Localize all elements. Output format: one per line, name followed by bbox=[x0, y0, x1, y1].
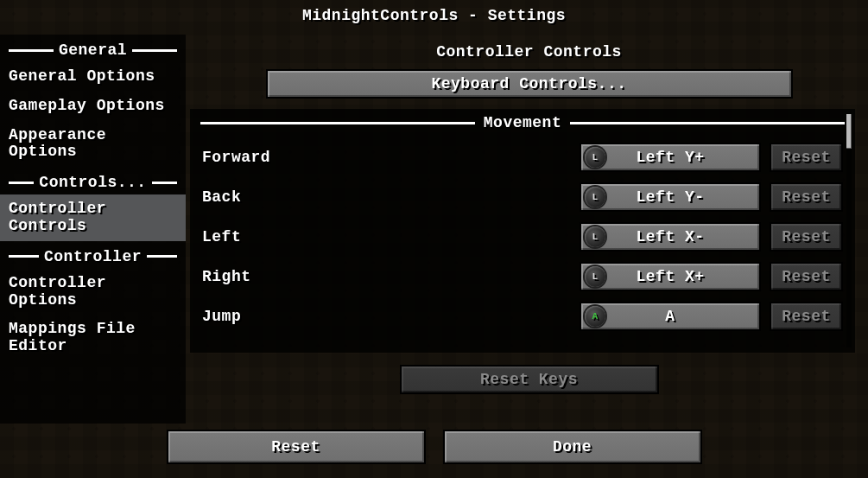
stick-icon: L bbox=[585, 187, 605, 207]
binding-row-jump: Jump A A Reset bbox=[202, 301, 843, 332]
binding-value-button[interactable]: L Left Y- bbox=[580, 182, 761, 212]
stick-icon: L bbox=[585, 266, 605, 287]
sidebar-item-controller-options[interactable]: Controller Options bbox=[0, 269, 186, 315]
footer: Reset Done bbox=[0, 430, 868, 464]
binding-row-left: Left L Left X- Reset bbox=[202, 221, 843, 252]
sidebar-item-general-options[interactable]: General Options bbox=[0, 62, 186, 92]
reset-button[interactable]: Reset bbox=[167, 430, 426, 464]
stick-icon: L bbox=[585, 226, 605, 247]
sidebar-item-gameplay-options[interactable]: Gameplay Options bbox=[0, 92, 186, 121]
scrollbar-thumb[interactable] bbox=[846, 114, 852, 149]
binding-row-right: Right L Left X+ Reset bbox=[202, 261, 843, 292]
reset-keys-button[interactable]: Reset Keys bbox=[400, 365, 659, 394]
sidebar-item-mappings-file-editor[interactable]: Mappings File Editor bbox=[0, 315, 186, 361]
binding-label: Back bbox=[202, 188, 580, 206]
controller-controls-subtitle: Controller Controls bbox=[190, 43, 868, 61]
binding-row-forward: Forward L Left Y+ Reset bbox=[202, 142, 843, 173]
binding-label: Left bbox=[202, 228, 580, 245]
binding-value-button[interactable]: L Left X- bbox=[580, 222, 761, 252]
sidebar-section-controls-header: Controls... bbox=[0, 167, 186, 194]
binding-value-button[interactable]: L Left X+ bbox=[580, 262, 761, 291]
sidebar-item-controller-controls[interactable]: Controller Controls bbox=[0, 194, 186, 241]
a-button-icon: A bbox=[585, 306, 605, 327]
bindings-panel: Movement Forward L Left Y+ Reset Back L … bbox=[190, 109, 855, 353]
binding-value-button[interactable]: L Left Y+ bbox=[580, 143, 761, 172]
binding-label: Jump bbox=[202, 308, 580, 325]
bindings-scrollbar[interactable] bbox=[846, 114, 852, 347]
stick-icon: L bbox=[585, 147, 605, 168]
binding-reset-button[interactable]: Reset bbox=[770, 182, 843, 212]
binding-row-back: Back L Left Y- Reset bbox=[202, 182, 843, 213]
main-area: Controller Controls Keyboard Controls...… bbox=[190, 35, 868, 478]
sidebar: General General Options Gameplay Options… bbox=[0, 35, 186, 424]
binding-reset-button[interactable]: Reset bbox=[770, 262, 843, 291]
sidebar-section-general-header: General bbox=[0, 35, 186, 62]
binding-value-button[interactable]: A A bbox=[580, 302, 761, 331]
bindings-group-header: Movement bbox=[190, 109, 855, 133]
binding-label: Forward bbox=[202, 149, 580, 166]
binding-reset-button[interactable]: Reset bbox=[770, 302, 843, 331]
page-title: MidnightControls - Settings bbox=[0, 7, 868, 24]
binding-reset-button[interactable]: Reset bbox=[770, 143, 843, 172]
bindings-list: Forward L Left Y+ Reset Back L Left Y- R… bbox=[190, 133, 855, 332]
binding-reset-button[interactable]: Reset bbox=[770, 222, 843, 252]
binding-label: Right bbox=[202, 268, 580, 285]
done-button[interactable]: Done bbox=[443, 430, 702, 464]
sidebar-section-controller-header: Controller bbox=[0, 241, 186, 269]
sidebar-item-appearance-options[interactable]: Appearance Options bbox=[0, 121, 186, 168]
keyboard-controls-button[interactable]: Keyboard Controls... bbox=[266, 69, 793, 99]
